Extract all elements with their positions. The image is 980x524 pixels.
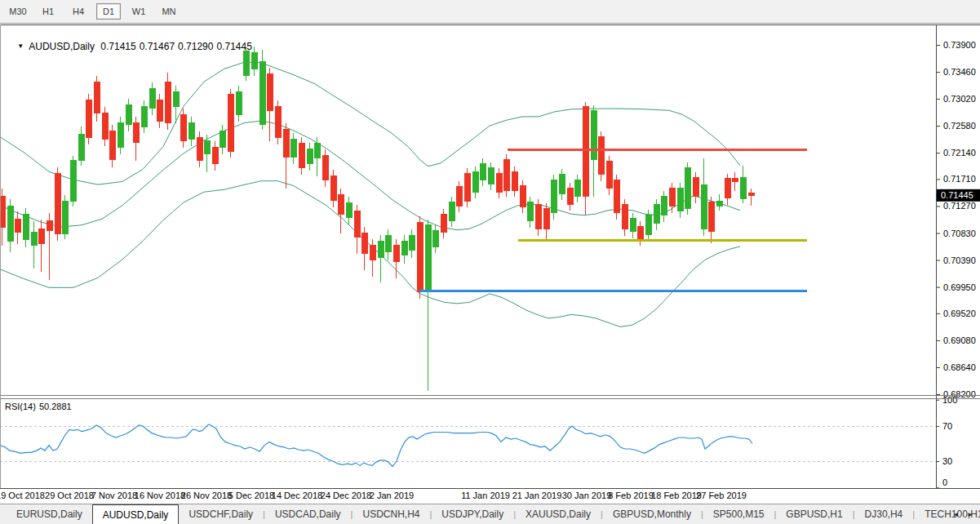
quote-high: 0.71467	[140, 41, 175, 52]
candle	[361, 233, 367, 253]
candle	[432, 230, 438, 246]
candle	[574, 180, 580, 196]
candle	[583, 106, 588, 196]
candle	[527, 202, 533, 220]
candle	[62, 201, 68, 233]
chart-dropdown-icon[interactable]: ▼	[17, 42, 24, 50]
candle	[551, 180, 557, 212]
svg-text:19 Oct 2018: 19 Oct 2018	[0, 491, 45, 500]
svg-text:30: 30	[942, 456, 952, 466]
svg-text:70: 70	[942, 421, 952, 431]
candle	[212, 147, 218, 163]
candle	[716, 201, 722, 206]
candle	[488, 167, 494, 184]
candle	[503, 159, 509, 190]
candle	[149, 88, 155, 108]
candle	[236, 91, 242, 114]
svg-text:0.73460: 0.73460	[943, 67, 976, 77]
candle	[725, 178, 730, 198]
candle	[23, 214, 29, 239]
symbol-tab-usdjpy[interactable]: USDJPY,Daily	[432, 504, 513, 524]
candle	[173, 91, 179, 106]
candle	[7, 206, 13, 241]
svg-text:2 Jan 2019: 2 Jan 2019	[370, 491, 414, 500]
candle	[425, 224, 431, 290]
symbol-tab-sp500[interactable]: SP500,M15	[703, 504, 774, 524]
candle	[109, 131, 115, 159]
candle	[472, 171, 478, 192]
symbol-tab-usdcad[interactable]: USDCAD,Daily	[265, 504, 351, 524]
symbol-tab-xauusd[interactable]: XAUUSD,Daily	[516, 504, 601, 524]
candle	[322, 155, 328, 180]
svg-text:21 Jan 2019: 21 Jan 2019	[512, 491, 562, 500]
candle	[157, 100, 162, 121]
svg-text:0: 0	[942, 477, 947, 487]
symbol-tab-dj30[interactable]: DJ30,H4	[855, 504, 913, 524]
candle	[314, 143, 320, 158]
tab-scroll-left-icon[interactable]: ◄	[952, 511, 959, 518]
candle	[559, 174, 565, 193]
price-chart-canvas[interactable]: 0.739000.734600.730200.725800.721400.717…	[0, 0, 980, 524]
candle	[693, 177, 698, 196]
candle	[165, 82, 171, 122]
candle	[614, 180, 619, 212]
candle	[259, 61, 265, 124]
symbol-tab-usdcnh[interactable]: USDCNH,H4	[353, 504, 429, 524]
candle	[133, 122, 139, 142]
rsi-line[interactable]	[0, 424, 752, 467]
rsi-value: 50.2881	[39, 402, 72, 411]
candle	[543, 208, 549, 229]
candle	[197, 137, 202, 160]
candle	[701, 184, 707, 229]
candle	[180, 114, 186, 140]
candle	[38, 229, 44, 243]
candle	[535, 204, 541, 229]
candle	[598, 136, 604, 174]
candle	[354, 211, 360, 237]
candle	[70, 160, 76, 201]
candle	[661, 196, 667, 215]
svg-text:0.69080: 0.69080	[943, 335, 976, 345]
candle	[188, 122, 194, 139]
candle	[378, 241, 384, 257]
candle	[496, 173, 502, 192]
candle	[118, 122, 123, 147]
symbol-tabbar: EURUSD,DailyAUDUSD,DailyUSDCHF,Daily|USD…	[0, 504, 980, 524]
candle	[464, 173, 470, 201]
candle	[748, 193, 754, 195]
symbol-tab-gbpusd[interactable]: GBPUSD,Monthly	[603, 504, 701, 524]
svg-text:18 Feb 2019: 18 Feb 2019	[651, 491, 702, 500]
candle	[520, 185, 525, 206]
symbol-tab-usdchf[interactable]: USDCHF,Daily	[179, 504, 263, 524]
candle	[630, 218, 636, 231]
svg-text:0.70390: 0.70390	[943, 255, 976, 265]
symbol-tab-audusd[interactable]: AUDUSD,Daily	[92, 504, 180, 524]
candle	[299, 143, 304, 167]
rsi-indicator-header: RSI(14)50.2881	[5, 402, 75, 411]
candle	[708, 202, 714, 231]
symbol-tab-gbpusd[interactable]: GBPUSD,H1	[776, 504, 852, 524]
quote-low: 0.71290	[178, 41, 213, 52]
rsi-pane: 10070300	[0, 395, 957, 488]
svg-text:0.71710: 0.71710	[943, 174, 976, 184]
bollinger-upper-line[interactable]	[0, 62, 740, 184]
svg-text:11 Jan 2019: 11 Jan 2019	[461, 491, 510, 500]
tab-scroll-right-icon[interactable]: ►	[967, 511, 973, 518]
candle	[740, 177, 746, 198]
candle	[385, 235, 391, 251]
svg-text:0.69520: 0.69520	[943, 309, 976, 318]
candle	[591, 110, 596, 159]
candle	[220, 131, 225, 147]
candle	[228, 94, 233, 151]
candle	[102, 113, 108, 139]
candle	[307, 149, 313, 163]
svg-text:26 Nov 2018: 26 Nov 2018	[181, 491, 232, 500]
candle	[637, 226, 643, 239]
rsi-label: RSI(14)	[5, 402, 36, 411]
candle	[456, 186, 462, 206]
candle	[606, 161, 612, 188]
svg-text:100: 100	[942, 395, 957, 405]
symbol-tab-eurusd[interactable]: EURUSD,Daily	[7, 504, 92, 524]
quote-close: 0.71445	[216, 41, 251, 52]
svg-text:0.72140: 0.72140	[943, 148, 976, 158]
